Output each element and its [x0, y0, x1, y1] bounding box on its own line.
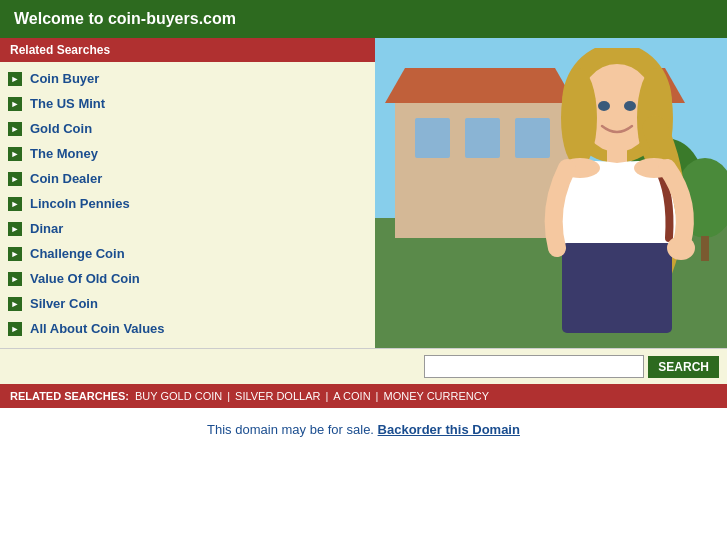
search-item-the-money[interactable]: ► The Money [0, 141, 375, 166]
left-panel: Related Searches ► Coin Buyer ► The US M… [0, 38, 375, 348]
search-item-dinar[interactable]: ► Dinar [0, 216, 375, 241]
footer-text: This domain may be for sale. Backorder t… [207, 422, 520, 437]
svg-point-17 [624, 101, 636, 111]
search-item-coin-dealer[interactable]: ► Coin Dealer [0, 166, 375, 191]
bullet-icon: ► [8, 322, 22, 336]
search-item-lincoln-pennies[interactable]: ► Lincoln Pennies [0, 191, 375, 216]
bullet-icon: ► [8, 147, 22, 161]
photo-area [375, 38, 727, 348]
main-content: Related Searches ► Coin Buyer ► The US M… [0, 38, 727, 348]
search-list: ► Coin Buyer ► The US Mint ► Gold Coin ►… [0, 62, 375, 345]
search-item-value-old-coin[interactable]: ► Value Of Old Coin [0, 266, 375, 291]
bottom-link-buy-gold-coin[interactable]: BUY GOLD COIN [135, 390, 222, 402]
svg-point-14 [561, 68, 597, 168]
search-item-label: Coin Dealer [30, 171, 102, 186]
woman-figure [507, 48, 727, 348]
bullet-icon: ► [8, 272, 22, 286]
search-item-silver-coin[interactable]: ► Silver Coin [0, 291, 375, 316]
search-button[interactable]: SEARCH [648, 356, 719, 378]
separator-1: | [227, 390, 230, 402]
svg-point-16 [598, 101, 610, 111]
bullet-icon: ► [8, 122, 22, 136]
svg-rect-6 [465, 118, 500, 158]
search-item-label: All About Coin Values [30, 321, 165, 336]
search-bar-row: SEARCH [0, 348, 727, 384]
separator-3: | [376, 390, 379, 402]
bullet-icon: ► [8, 297, 22, 311]
search-item-label: The US Mint [30, 96, 105, 111]
search-item-label: Silver Coin [30, 296, 98, 311]
search-item-label: Dinar [30, 221, 63, 236]
search-item-us-mint[interactable]: ► The US Mint [0, 91, 375, 116]
bottom-link-a-coin[interactable]: A COIN [333, 390, 370, 402]
footer: This domain may be for sale. Backorder t… [0, 408, 727, 451]
bullet-icon: ► [8, 222, 22, 236]
bullet-icon: ► [8, 172, 22, 186]
search-item-label: Lincoln Pennies [30, 196, 130, 211]
related-searches-label: RELATED SEARCHES: [10, 390, 129, 402]
bullet-icon: ► [8, 197, 22, 211]
bullet-icon: ► [8, 97, 22, 111]
search-item-label: The Money [30, 146, 98, 161]
search-item-gold-coin[interactable]: ► Gold Coin [0, 116, 375, 141]
svg-rect-21 [562, 243, 672, 333]
search-input[interactable] [424, 355, 644, 378]
bottom-bar: RELATED SEARCHES: BUY GOLD COIN | SILVER… [0, 384, 727, 408]
related-searches-header: Related Searches [0, 38, 375, 62]
search-item-label: Coin Buyer [30, 71, 99, 86]
footer-static-text: This domain may be for sale. [207, 422, 374, 437]
bullet-icon: ► [8, 247, 22, 261]
site-title: Welcome to coin-buyers.com [14, 10, 236, 27]
backorder-link[interactable]: Backorder this Domain [378, 422, 520, 437]
site-header: Welcome to coin-buyers.com [0, 0, 727, 38]
search-item-challenge-coin[interactable]: ► Challenge Coin [0, 241, 375, 266]
bottom-link-silver-dollar[interactable]: SILVER DOLLAR [235, 390, 320, 402]
bottom-link-money-currency[interactable]: MONEY CURRENCY [383, 390, 489, 402]
search-item-coin-buyer[interactable]: ► Coin Buyer [0, 66, 375, 91]
bullet-icon: ► [8, 72, 22, 86]
search-item-all-about-coin-values[interactable]: ► All About Coin Values [0, 316, 375, 341]
search-item-label: Gold Coin [30, 121, 92, 136]
svg-point-22 [667, 236, 695, 260]
search-item-label: Challenge Coin [30, 246, 125, 261]
separator-2: | [325, 390, 328, 402]
search-item-label: Value Of Old Coin [30, 271, 140, 286]
svg-rect-5 [415, 118, 450, 158]
right-panel-photo [375, 38, 727, 348]
